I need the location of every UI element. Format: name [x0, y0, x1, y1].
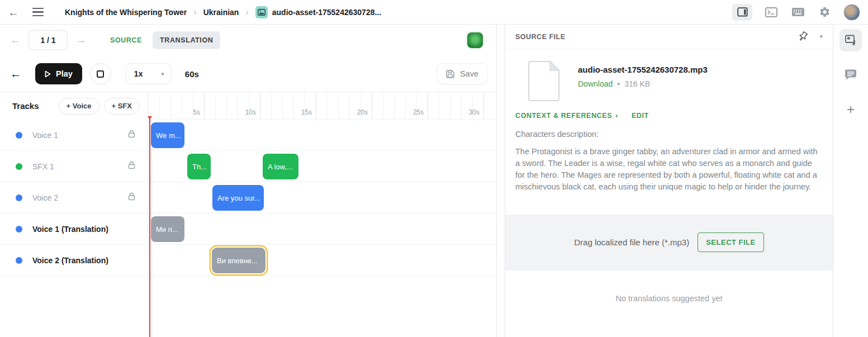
save-button[interactable]: Save: [437, 63, 487, 84]
terminal-icon: [765, 7, 777, 17]
tracks-header: Tracks + Voice + SFX: [0, 92, 148, 120]
ruler-tick: [293, 92, 294, 119]
media-thumbnail-icon: [255, 6, 268, 18]
lock-icon[interactable]: [128, 161, 135, 172]
breadcrumb-label: Ukrainian: [203, 8, 239, 17]
track-row-2[interactable]: SFX 1: [0, 151, 148, 182]
source-panel-header: SOURCE FILE ▾: [505, 25, 833, 49]
green-status-badge-icon[interactable]: [467, 32, 483, 48]
view-tabs: SOURCE TRANSLATION: [103, 31, 220, 49]
playback-speed-select[interactable]: 1x ▾: [126, 63, 172, 84]
timeline-row[interactable]: [148, 120, 496, 151]
editor-header: ← 1 / 1 → SOURCE TRANSLATION: [0, 25, 496, 56]
ruler-tick: [461, 92, 462, 119]
ruler-tick: [428, 92, 428, 119]
audio-clip-3[interactable]: A low,...: [263, 154, 298, 179]
context-references-row: CONTEXT & REFERENCES › EDIT: [505, 112, 833, 120]
ruler-tick: [316, 92, 316, 119]
playhead[interactable]: [149, 116, 150, 337]
audio-clip-2[interactable]: Th...: [187, 154, 211, 179]
menu-button[interactable]: [31, 7, 45, 17]
transport-back-button[interactable]: ←: [9, 66, 35, 82]
top-bar: ← Knights of the Whispering Tower›Ukrain…: [0, 0, 868, 25]
track-color-dot: [16, 132, 22, 139]
track-color-dot: [16, 257, 22, 264]
panel-layout-toggle-button[interactable]: [732, 4, 752, 21]
timeline-row[interactable]: [148, 245, 496, 276]
page-next-button[interactable]: →: [74, 33, 87, 48]
settings-button[interactable]: [818, 5, 832, 19]
comment-icon: [844, 69, 857, 81]
translations-empty-state: No translations suggested yet: [505, 294, 833, 303]
ruler-label: 15s: [301, 108, 312, 116]
timeline-canvas[interactable]: 5s10s15s20s25s30s We m...Th...A low,...A…: [148, 92, 496, 337]
pin-button[interactable]: [796, 30, 809, 43]
audio-clip-1[interactable]: We m...: [151, 122, 184, 148]
plus-icon: +: [847, 102, 855, 117]
back-arrow-icon: ←: [10, 67, 22, 80]
tab-translation[interactable]: TRANSLATION: [153, 31, 220, 49]
audio-clip-5[interactable]: Ми п...: [151, 216, 184, 242]
file-name: audio-asset-1755242630728.mp3: [578, 65, 708, 74]
lock-icon[interactable]: [128, 130, 135, 140]
ruler-tick: [349, 92, 350, 119]
chevron-down-icon: ▾: [819, 33, 823, 40]
ruler-tick: [271, 92, 272, 119]
stop-button[interactable]: [90, 63, 111, 84]
tracks-title: Tracks: [12, 101, 39, 111]
track-row-4[interactable]: Voice 1 (Translation): [0, 213, 148, 245]
track-name-label: SFX 1: [32, 162, 128, 171]
ruler-tick: [383, 92, 383, 119]
panel-resizer[interactable]: [497, 25, 505, 337]
track-name-label: Voice 2: [32, 193, 128, 202]
media-audio-tab-button[interactable]: [839, 29, 862, 51]
source-file-panel: SOURCE FILE ▾: [505, 25, 833, 337]
timeline-row[interactable]: [148, 213, 496, 245]
breadcrumb-separator: ›: [193, 7, 196, 17]
lock-icon[interactable]: [128, 192, 135, 203]
add-panel-button[interactable]: +: [839, 98, 862, 121]
description-text: The Protagonist is a brave ginger tabby,…: [505, 146, 833, 193]
localized-file-dropzone[interactable]: Drag localized file here (*.mp3) SELECT …: [505, 215, 833, 270]
select-file-button[interactable]: SELECT FILE: [698, 232, 764, 252]
breadcrumb-label: Knights of the Whispering Tower: [65, 8, 187, 17]
add-sfx-button[interactable]: + SFX: [104, 98, 140, 115]
arrow-right-icon: →: [75, 34, 86, 46]
description-label: Characters description:: [505, 130, 833, 139]
terminal-button[interactable]: [764, 6, 779, 18]
track-row-5[interactable]: Voice 2 (Translation): [0, 245, 148, 276]
app-window: ← Knights of the Whispering Tower›Ukrain…: [0, 0, 868, 337]
hamburger-icon: [32, 8, 44, 16]
breadcrumb-item-0[interactable]: Knights of the Whispering Tower: [65, 8, 187, 17]
total-duration-label: 60s: [185, 69, 199, 79]
play-button[interactable]: Play: [35, 63, 82, 84]
ruler-tick: [338, 92, 339, 119]
back-button[interactable]: ←: [7, 6, 20, 19]
timeline-ruler[interactable]: 5s10s15s20s25s30s: [148, 92, 496, 120]
download-link[interactable]: Download: [578, 79, 613, 88]
audio-clip-6[interactable]: Ви впевне...: [212, 248, 265, 273]
timeline-row[interactable]: [148, 182, 496, 213]
comments-tab-button[interactable]: [839, 64, 862, 86]
keyboard-button[interactable]: [790, 6, 806, 18]
breadcrumb-item-2[interactable]: audio-asset-1755242630728...: [255, 6, 381, 18]
add-voice-button[interactable]: + Voice: [59, 98, 99, 115]
ruler-label: 10s: [245, 108, 256, 116]
breadcrumb: Knights of the Whispering Tower›Ukrainia…: [65, 6, 381, 18]
breadcrumb-label: audio-asset-1755242630728...: [272, 8, 381, 17]
audio-file-icon: [845, 34, 857, 46]
user-avatar[interactable]: [843, 4, 860, 21]
edit-link[interactable]: EDIT: [632, 112, 649, 120]
chevron-right-icon: ›: [615, 112, 618, 120]
track-row-3[interactable]: Voice 2: [0, 182, 148, 213]
page-prev-button[interactable]: ←: [9, 33, 22, 48]
collapse-panel-button[interactable]: ▾: [818, 32, 824, 41]
ruler-tick: [170, 92, 171, 119]
breadcrumb-item-1[interactable]: Ukrainian: [203, 8, 239, 17]
editor-panel: ← 1 / 1 → SOURCE TRANSLATION ←: [0, 25, 497, 337]
page-indicator: 1 / 1: [29, 30, 68, 50]
tab-source[interactable]: SOURCE: [103, 31, 149, 49]
audio-clip-4[interactable]: Are you sur...: [212, 185, 264, 211]
track-row-1[interactable]: Voice 1: [0, 120, 148, 151]
context-references-link[interactable]: CONTEXT & REFERENCES: [515, 112, 612, 120]
